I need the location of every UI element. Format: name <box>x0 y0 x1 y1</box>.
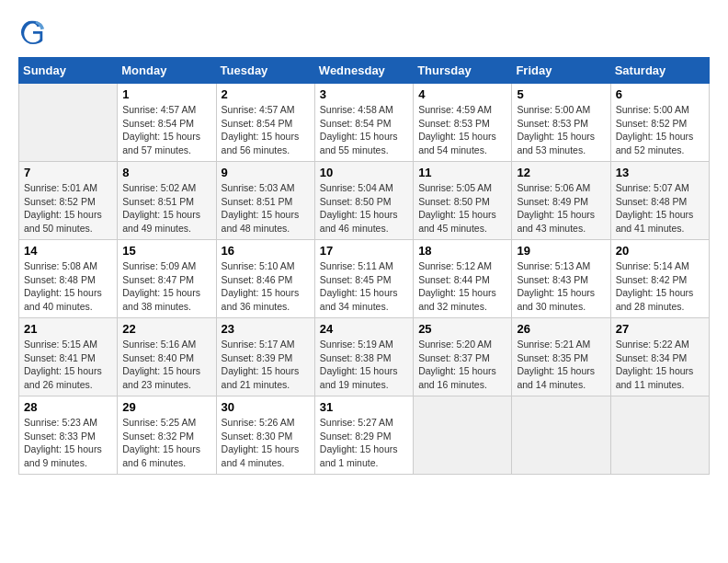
calendar-cell: 25Sunrise: 5:20 AMSunset: 8:37 PMDayligh… <box>414 318 512 396</box>
cell-info: Sunrise: 4:58 AMSunset: 8:54 PMDaylight:… <box>320 103 408 157</box>
day-number: 4 <box>418 87 506 101</box>
calendar-cell <box>414 396 512 475</box>
calendar-cell: 4Sunrise: 4:59 AMSunset: 8:53 PMDaylight… <box>414 84 512 162</box>
day-number: 5 <box>517 87 605 101</box>
calendar-cell: 30Sunrise: 5:26 AMSunset: 8:30 PMDayligh… <box>216 396 314 475</box>
calendar-cell: 3Sunrise: 4:58 AMSunset: 8:54 PMDaylight… <box>314 84 413 162</box>
cell-info: Sunrise: 5:13 AMSunset: 8:43 PMDaylight:… <box>517 259 605 314</box>
calendar-cell: 17Sunrise: 5:11 AMSunset: 8:45 PMDayligh… <box>314 240 413 318</box>
col-header-monday: Monday <box>118 58 216 84</box>
cell-info: Sunrise: 5:14 AMSunset: 8:42 PMDaylight:… <box>616 259 704 314</box>
day-number: 6 <box>616 87 704 101</box>
cell-info: Sunrise: 5:15 AMSunset: 8:41 PMDaylight:… <box>24 338 112 392</box>
week-row-3: 14Sunrise: 5:08 AMSunset: 8:48 PMDayligh… <box>19 240 710 318</box>
calendar-cell: 6Sunrise: 5:00 AMSunset: 8:52 PMDaylight… <box>610 84 709 162</box>
day-number: 14 <box>24 244 112 258</box>
day-number: 23 <box>222 322 310 336</box>
day-number: 26 <box>517 322 605 336</box>
cell-info: Sunrise: 5:02 AMSunset: 8:51 PMDaylight:… <box>122 181 210 236</box>
calendar-table: SundayMondayTuesdayWednesdayThursdayFrid… <box>18 57 710 475</box>
calendar-cell: 8Sunrise: 5:02 AMSunset: 8:51 PMDaylight… <box>118 162 216 240</box>
day-number: 13 <box>616 166 704 179</box>
day-number: 15 <box>122 244 210 258</box>
day-number: 22 <box>122 322 210 336</box>
cell-info: Sunrise: 5:06 AMSunset: 8:49 PMDaylight:… <box>517 181 605 236</box>
day-number: 19 <box>517 244 605 258</box>
cell-info: Sunrise: 5:27 AMSunset: 8:29 PMDaylight:… <box>320 416 408 470</box>
cell-info: Sunrise: 5:05 AMSunset: 8:50 PMDaylight:… <box>418 181 506 236</box>
cell-info: Sunrise: 5:22 AMSunset: 8:34 PMDaylight:… <box>616 338 704 392</box>
week-row-4: 21Sunrise: 5:15 AMSunset: 8:41 PMDayligh… <box>19 318 710 396</box>
day-number: 21 <box>24 322 112 336</box>
col-header-sunday: Sunday <box>19 58 118 84</box>
calendar-header-row: SundayMondayTuesdayWednesdayThursdayFrid… <box>19 58 710 84</box>
cell-info: Sunrise: 5:03 AMSunset: 8:51 PMDaylight:… <box>222 181 310 236</box>
day-number: 25 <box>418 322 506 336</box>
cell-info: Sunrise: 5:23 AMSunset: 8:33 PMDaylight:… <box>24 416 112 470</box>
cell-info: Sunrise: 5:07 AMSunset: 8:48 PMDaylight:… <box>616 181 704 236</box>
day-number: 24 <box>320 322 408 336</box>
calendar-cell: 5Sunrise: 5:00 AMSunset: 8:53 PMDaylight… <box>512 84 610 162</box>
week-row-5: 28Sunrise: 5:23 AMSunset: 8:33 PMDayligh… <box>19 396 710 475</box>
col-header-saturday: Saturday <box>610 58 709 84</box>
day-number: 8 <box>122 166 210 179</box>
day-number: 17 <box>320 244 408 258</box>
calendar-cell: 10Sunrise: 5:04 AMSunset: 8:50 PMDayligh… <box>314 162 413 240</box>
calendar-cell: 15Sunrise: 5:09 AMSunset: 8:47 PMDayligh… <box>118 240 216 318</box>
calendar-cell: 1Sunrise: 4:57 AMSunset: 8:54 PMDaylight… <box>118 84 216 162</box>
cell-info: Sunrise: 5:26 AMSunset: 8:30 PMDaylight:… <box>222 416 310 470</box>
cell-info: Sunrise: 4:57 AMSunset: 8:54 PMDaylight:… <box>122 103 210 157</box>
week-row-1: 1Sunrise: 4:57 AMSunset: 8:54 PMDaylight… <box>19 84 710 162</box>
day-number: 29 <box>122 400 210 414</box>
week-row-2: 7Sunrise: 5:01 AMSunset: 8:52 PMDaylight… <box>19 162 710 240</box>
day-number: 2 <box>222 87 310 101</box>
cell-info: Sunrise: 5:10 AMSunset: 8:46 PMDaylight:… <box>222 259 310 314</box>
cell-info: Sunrise: 5:19 AMSunset: 8:38 PMDaylight:… <box>320 338 408 392</box>
calendar-cell: 31Sunrise: 5:27 AMSunset: 8:29 PMDayligh… <box>314 396 413 475</box>
cell-info: Sunrise: 5:00 AMSunset: 8:53 PMDaylight:… <box>517 103 605 157</box>
calendar-cell: 9Sunrise: 5:03 AMSunset: 8:51 PMDaylight… <box>216 162 314 240</box>
day-number: 12 <box>517 166 605 179</box>
calendar-cell: 29Sunrise: 5:25 AMSunset: 8:32 PMDayligh… <box>118 396 216 475</box>
col-header-tuesday: Tuesday <box>216 58 314 84</box>
cell-info: Sunrise: 5:11 AMSunset: 8:45 PMDaylight:… <box>320 259 408 314</box>
calendar-cell: 23Sunrise: 5:17 AMSunset: 8:39 PMDayligh… <box>216 318 314 396</box>
cell-info: Sunrise: 5:20 AMSunset: 8:37 PMDaylight:… <box>418 338 506 392</box>
cell-info: Sunrise: 4:57 AMSunset: 8:54 PMDaylight:… <box>222 103 310 157</box>
logo-icon <box>20 18 46 44</box>
col-header-friday: Friday <box>512 58 610 84</box>
cell-info: Sunrise: 5:00 AMSunset: 8:52 PMDaylight:… <box>616 103 704 157</box>
logo <box>18 18 50 48</box>
day-number: 16 <box>222 244 310 258</box>
calendar-cell: 18Sunrise: 5:12 AMSunset: 8:44 PMDayligh… <box>414 240 512 318</box>
calendar-cell: 14Sunrise: 5:08 AMSunset: 8:48 PMDayligh… <box>19 240 118 318</box>
cell-info: Sunrise: 5:08 AMSunset: 8:48 PMDaylight:… <box>24 259 112 314</box>
cell-info: Sunrise: 5:12 AMSunset: 8:44 PMDaylight:… <box>418 259 506 314</box>
calendar-cell <box>610 396 709 475</box>
calendar-cell: 12Sunrise: 5:06 AMSunset: 8:49 PMDayligh… <box>512 162 610 240</box>
cell-info: Sunrise: 5:17 AMSunset: 8:39 PMDaylight:… <box>222 338 310 392</box>
calendar-cell: 28Sunrise: 5:23 AMSunset: 8:33 PMDayligh… <box>19 396 118 475</box>
calendar-cell: 20Sunrise: 5:14 AMSunset: 8:42 PMDayligh… <box>610 240 709 318</box>
calendar-cell <box>19 84 118 162</box>
col-header-thursday: Thursday <box>414 58 512 84</box>
cell-info: Sunrise: 5:16 AMSunset: 8:40 PMDaylight:… <box>122 338 210 392</box>
day-number: 31 <box>320 400 408 414</box>
day-number: 30 <box>222 400 310 414</box>
cell-info: Sunrise: 5:21 AMSunset: 8:35 PMDaylight:… <box>517 338 605 392</box>
calendar-cell: 21Sunrise: 5:15 AMSunset: 8:41 PMDayligh… <box>19 318 118 396</box>
cell-info: Sunrise: 5:25 AMSunset: 8:32 PMDaylight:… <box>122 416 210 470</box>
day-number: 10 <box>320 166 408 179</box>
day-number: 11 <box>418 166 506 179</box>
day-number: 3 <box>320 87 408 101</box>
day-number: 18 <box>418 244 506 258</box>
cell-info: Sunrise: 4:59 AMSunset: 8:53 PMDaylight:… <box>418 103 506 157</box>
day-number: 1 <box>122 87 210 101</box>
calendar-cell: 26Sunrise: 5:21 AMSunset: 8:35 PMDayligh… <box>512 318 610 396</box>
cell-info: Sunrise: 5:09 AMSunset: 8:47 PMDaylight:… <box>122 259 210 314</box>
calendar-cell: 24Sunrise: 5:19 AMSunset: 8:38 PMDayligh… <box>314 318 413 396</box>
calendar-cell: 22Sunrise: 5:16 AMSunset: 8:40 PMDayligh… <box>118 318 216 396</box>
calendar-cell <box>512 396 610 475</box>
page-header <box>18 18 710 48</box>
calendar-cell: 16Sunrise: 5:10 AMSunset: 8:46 PMDayligh… <box>216 240 314 318</box>
